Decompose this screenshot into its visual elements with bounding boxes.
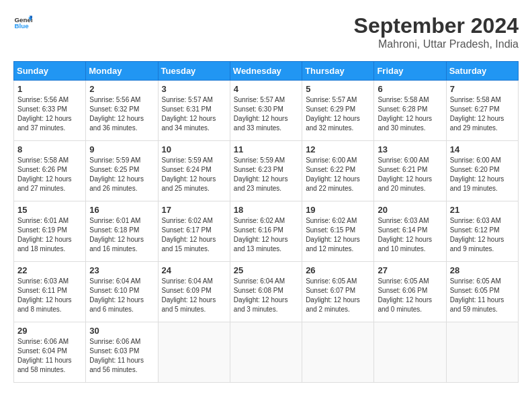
calendar-cell: 3 Sunrise: 5:57 AMSunset: 6:31 PMDayligh… [158,81,230,141]
day-number: 15 [17,205,82,215]
calendar-cell: 6 Sunrise: 5:58 AMSunset: 6:28 PMDayligh… [374,81,446,141]
day-info: Sunrise: 5:58 AMSunset: 6:28 PMDaylight:… [378,95,442,133]
day-info: Sunrise: 6:03 AMSunset: 6:14 PMDaylight:… [378,216,442,254]
header-thursday: Thursday [302,62,374,81]
calendar-cell: 11 Sunrise: 5:59 AMSunset: 6:23 PMDaylig… [230,141,302,201]
day-info: Sunrise: 6:03 AMSunset: 6:12 PMDaylight:… [450,216,515,254]
calendar-cell: 21 Sunrise: 6:03 AMSunset: 6:12 PMDaylig… [446,201,518,262]
header-monday: Monday [86,62,158,81]
header-saturday: Saturday [446,62,518,81]
day-info: Sunrise: 6:05 AMSunset: 6:07 PMDaylight:… [306,277,370,314]
calendar-cell [230,322,302,383]
day-number: 6 [378,84,442,94]
calendar-body: 1 Sunrise: 5:56 AMSunset: 6:33 PMDayligh… [14,81,519,383]
logo-icon: General Blue [13,13,32,32]
calendar-cell: 8 Sunrise: 5:58 AMSunset: 6:26 PMDayligh… [14,141,86,201]
calendar-cell: 29 Sunrise: 6:06 AMSunset: 6:04 PMDaylig… [14,322,86,383]
day-info: Sunrise: 6:00 AMSunset: 6:22 PMDaylight:… [306,156,370,193]
day-number: 18 [234,205,298,215]
calendar-cell: 25 Sunrise: 6:04 AMSunset: 6:08 PMDaylig… [230,262,302,322]
day-info: Sunrise: 6:00 AMSunset: 6:20 PMDaylight:… [450,156,515,193]
day-number: 28 [450,265,515,275]
calendar-cell: 16 Sunrise: 6:01 AMSunset: 6:18 PMDaylig… [86,201,158,262]
calendar-cell: 10 Sunrise: 5:59 AMSunset: 6:24 PMDaylig… [158,141,230,201]
calendar-cell: 20 Sunrise: 6:03 AMSunset: 6:14 PMDaylig… [374,201,446,262]
day-number: 13 [378,144,442,154]
header-tuesday: Tuesday [158,62,230,81]
day-info: Sunrise: 6:04 AMSunset: 6:09 PMDaylight:… [162,277,226,314]
day-number: 1 [17,84,82,94]
day-number: 5 [306,84,370,94]
day-info: Sunrise: 6:05 AMSunset: 6:06 PMDaylight:… [378,277,442,314]
day-info: Sunrise: 6:02 AMSunset: 6:16 PMDaylight:… [234,216,298,254]
day-info: Sunrise: 6:00 AMSunset: 6:21 PMDaylight:… [378,156,442,193]
day-number: 14 [450,144,515,154]
calendar-cell: 2 Sunrise: 5:56 AMSunset: 6:32 PMDayligh… [86,81,158,141]
calendar-cell: 12 Sunrise: 6:00 AMSunset: 6:22 PMDaylig… [302,141,374,201]
day-info: Sunrise: 5:58 AMSunset: 6:27 PMDaylight:… [450,95,515,133]
calendar-cell: 19 Sunrise: 6:02 AMSunset: 6:15 PMDaylig… [302,201,374,262]
day-number: 23 [89,265,154,275]
week-row-3: 15 Sunrise: 6:01 AMSunset: 6:19 PMDaylig… [14,201,519,262]
calendar: Sunday Monday Tuesday Wednesday Thursday… [13,61,519,383]
calendar-cell [158,322,230,383]
day-info: Sunrise: 5:59 AMSunset: 6:24 PMDaylight:… [162,156,226,193]
day-number: 9 [89,144,154,154]
day-number: 3 [162,84,226,94]
calendar-cell: 18 Sunrise: 6:02 AMSunset: 6:16 PMDaylig… [230,201,302,262]
header-wednesday: Wednesday [230,62,302,81]
day-number: 20 [378,205,442,215]
day-number: 7 [450,84,515,94]
logo: General Blue [13,13,32,32]
day-info: Sunrise: 5:58 AMSunset: 6:26 PMDaylight:… [17,156,82,193]
day-info: Sunrise: 6:02 AMSunset: 6:17 PMDaylight:… [162,216,226,254]
day-number: 17 [162,205,226,215]
header-friday: Friday [374,62,446,81]
calendar-cell: 22 Sunrise: 6:03 AMSunset: 6:11 PMDaylig… [14,262,86,322]
day-info: Sunrise: 5:59 AMSunset: 6:23 PMDaylight:… [234,156,298,193]
calendar-cell: 1 Sunrise: 5:56 AMSunset: 6:33 PMDayligh… [14,81,86,141]
calendar-cell: 7 Sunrise: 5:58 AMSunset: 6:27 PMDayligh… [446,81,518,141]
calendar-cell: 4 Sunrise: 5:57 AMSunset: 6:30 PMDayligh… [230,81,302,141]
month-title: September 2024 [354,13,519,38]
day-number: 11 [234,144,298,154]
week-row-5: 29 Sunrise: 6:06 AMSunset: 6:04 PMDaylig… [14,322,519,383]
day-number: 21 [450,205,515,215]
calendar-cell: 30 Sunrise: 6:06 AMSunset: 6:03 PMDaylig… [86,322,158,383]
calendar-cell [374,322,446,383]
calendar-cell: 15 Sunrise: 6:01 AMSunset: 6:19 PMDaylig… [14,201,86,262]
calendar-cell: 24 Sunrise: 6:04 AMSunset: 6:09 PMDaylig… [158,262,230,322]
calendar-cell: 13 Sunrise: 6:00 AMSunset: 6:21 PMDaylig… [374,141,446,201]
day-number: 30 [89,326,154,336]
day-info: Sunrise: 5:56 AMSunset: 6:33 PMDaylight:… [17,95,82,133]
day-info: Sunrise: 6:01 AMSunset: 6:18 PMDaylight:… [89,216,154,254]
page-header: General Blue September 2024 Mahroni, Utt… [13,13,519,50]
day-info: Sunrise: 6:06 AMSunset: 6:04 PMDaylight:… [17,337,82,375]
day-number: 10 [162,144,226,154]
day-number: 22 [17,265,82,275]
calendar-cell [302,322,374,383]
day-info: Sunrise: 5:57 AMSunset: 6:31 PMDaylight:… [162,95,226,133]
day-number: 19 [306,205,370,215]
day-info: Sunrise: 5:56 AMSunset: 6:32 PMDaylight:… [89,95,154,133]
calendar-cell: 28 Sunrise: 6:05 AMSunset: 6:05 PMDaylig… [446,262,518,322]
day-number: 8 [17,144,82,154]
day-info: Sunrise: 6:04 AMSunset: 6:08 PMDaylight:… [234,277,298,314]
day-info: Sunrise: 6:04 AMSunset: 6:10 PMDaylight:… [89,277,154,314]
calendar-cell: 17 Sunrise: 6:02 AMSunset: 6:17 PMDaylig… [158,201,230,262]
calendar-cell: 26 Sunrise: 6:05 AMSunset: 6:07 PMDaylig… [302,262,374,322]
day-number: 24 [162,265,226,275]
day-number: 4 [234,84,298,94]
day-info: Sunrise: 6:02 AMSunset: 6:15 PMDaylight:… [306,216,370,254]
header-sunday: Sunday [14,62,86,81]
day-info: Sunrise: 5:57 AMSunset: 6:29 PMDaylight:… [306,95,370,133]
day-number: 26 [306,265,370,275]
day-info: Sunrise: 6:03 AMSunset: 6:11 PMDaylight:… [17,277,82,314]
day-info: Sunrise: 5:57 AMSunset: 6:30 PMDaylight:… [234,95,298,133]
weekday-header-row: Sunday Monday Tuesday Wednesday Thursday… [14,62,519,81]
day-info: Sunrise: 6:01 AMSunset: 6:19 PMDaylight:… [17,216,82,254]
day-number: 25 [234,265,298,275]
day-number: 16 [89,205,154,215]
calendar-cell: 5 Sunrise: 5:57 AMSunset: 6:29 PMDayligh… [302,81,374,141]
week-row-1: 1 Sunrise: 5:56 AMSunset: 6:33 PMDayligh… [14,81,519,141]
